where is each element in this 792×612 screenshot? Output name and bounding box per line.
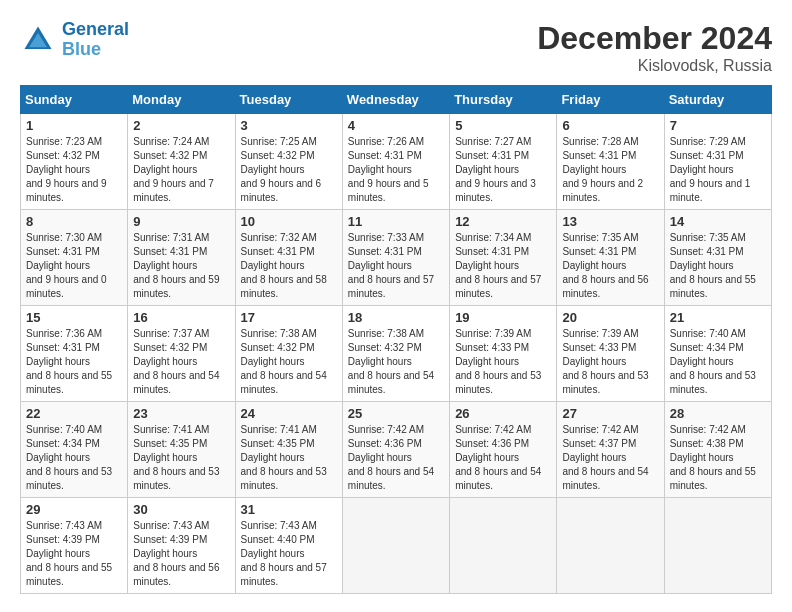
calendar-cell <box>664 498 771 594</box>
day-number: 12 <box>455 214 551 229</box>
weekday-header-sunday: Sunday <box>21 86 128 114</box>
calendar-cell: 9 Sunrise: 7:31 AM Sunset: 4:31 PM Dayli… <box>128 210 235 306</box>
day-info: Sunrise: 7:39 AM Sunset: 4:33 PM Dayligh… <box>562 327 658 397</box>
calendar-cell: 5 Sunrise: 7:27 AM Sunset: 4:31 PM Dayli… <box>450 114 557 210</box>
calendar-cell: 2 Sunrise: 7:24 AM Sunset: 4:32 PM Dayli… <box>128 114 235 210</box>
calendar-cell: 20 Sunrise: 7:39 AM Sunset: 4:33 PM Dayl… <box>557 306 664 402</box>
day-number: 22 <box>26 406 122 421</box>
day-info: Sunrise: 7:33 AM Sunset: 4:31 PM Dayligh… <box>348 231 444 301</box>
day-number: 9 <box>133 214 229 229</box>
day-number: 29 <box>26 502 122 517</box>
day-number: 13 <box>562 214 658 229</box>
weekday-header-saturday: Saturday <box>664 86 771 114</box>
day-number: 19 <box>455 310 551 325</box>
weekday-header-thursday: Thursday <box>450 86 557 114</box>
day-number: 8 <box>26 214 122 229</box>
day-number: 21 <box>670 310 766 325</box>
day-info: Sunrise: 7:40 AM Sunset: 4:34 PM Dayligh… <box>670 327 766 397</box>
logo-icon <box>20 22 56 58</box>
day-info: Sunrise: 7:30 AM Sunset: 4:31 PM Dayligh… <box>26 231 122 301</box>
day-number: 27 <box>562 406 658 421</box>
day-info: Sunrise: 7:26 AM Sunset: 4:31 PM Dayligh… <box>348 135 444 205</box>
calendar-cell: 21 Sunrise: 7:40 AM Sunset: 4:34 PM Dayl… <box>664 306 771 402</box>
calendar-cell: 23 Sunrise: 7:41 AM Sunset: 4:35 PM Dayl… <box>128 402 235 498</box>
day-info: Sunrise: 7:25 AM Sunset: 4:32 PM Dayligh… <box>241 135 337 205</box>
day-number: 4 <box>348 118 444 133</box>
day-info: Sunrise: 7:27 AM Sunset: 4:31 PM Dayligh… <box>455 135 551 205</box>
calendar-cell: 12 Sunrise: 7:34 AM Sunset: 4:31 PM Dayl… <box>450 210 557 306</box>
calendar-week-3: 15 Sunrise: 7:36 AM Sunset: 4:31 PM Dayl… <box>21 306 772 402</box>
day-info: Sunrise: 7:34 AM Sunset: 4:31 PM Dayligh… <box>455 231 551 301</box>
day-number: 2 <box>133 118 229 133</box>
day-info: Sunrise: 7:38 AM Sunset: 4:32 PM Dayligh… <box>241 327 337 397</box>
calendar-cell <box>557 498 664 594</box>
day-number: 10 <box>241 214 337 229</box>
calendar-week-5: 29 Sunrise: 7:43 AM Sunset: 4:39 PM Dayl… <box>21 498 772 594</box>
day-info: Sunrise: 7:42 AM Sunset: 4:36 PM Dayligh… <box>455 423 551 493</box>
day-number: 28 <box>670 406 766 421</box>
calendar-week-2: 8 Sunrise: 7:30 AM Sunset: 4:31 PM Dayli… <box>21 210 772 306</box>
day-number: 14 <box>670 214 766 229</box>
day-number: 24 <box>241 406 337 421</box>
day-info: Sunrise: 7:42 AM Sunset: 4:38 PM Dayligh… <box>670 423 766 493</box>
day-info: Sunrise: 7:24 AM Sunset: 4:32 PM Dayligh… <box>133 135 229 205</box>
day-number: 7 <box>670 118 766 133</box>
day-info: Sunrise: 7:23 AM Sunset: 4:32 PM Dayligh… <box>26 135 122 205</box>
day-info: Sunrise: 7:35 AM Sunset: 4:31 PM Dayligh… <box>670 231 766 301</box>
calendar-cell: 17 Sunrise: 7:38 AM Sunset: 4:32 PM Dayl… <box>235 306 342 402</box>
day-info: Sunrise: 7:31 AM Sunset: 4:31 PM Dayligh… <box>133 231 229 301</box>
day-info: Sunrise: 7:41 AM Sunset: 4:35 PM Dayligh… <box>133 423 229 493</box>
calendar-cell: 1 Sunrise: 7:23 AM Sunset: 4:32 PM Dayli… <box>21 114 128 210</box>
day-number: 1 <box>26 118 122 133</box>
calendar-cell: 22 Sunrise: 7:40 AM Sunset: 4:34 PM Dayl… <box>21 402 128 498</box>
day-number: 3 <box>241 118 337 133</box>
calendar-cell: 28 Sunrise: 7:42 AM Sunset: 4:38 PM Dayl… <box>664 402 771 498</box>
calendar-cell: 6 Sunrise: 7:28 AM Sunset: 4:31 PM Dayli… <box>557 114 664 210</box>
calendar-cell: 29 Sunrise: 7:43 AM Sunset: 4:39 PM Dayl… <box>21 498 128 594</box>
title-section: December 2024 Kislovodsk, Russia <box>537 20 772 75</box>
day-number: 6 <box>562 118 658 133</box>
calendar-cell: 8 Sunrise: 7:30 AM Sunset: 4:31 PM Dayli… <box>21 210 128 306</box>
calendar-cell <box>342 498 449 594</box>
day-info: Sunrise: 7:43 AM Sunset: 4:39 PM Dayligh… <box>133 519 229 589</box>
calendar-table: SundayMondayTuesdayWednesdayThursdayFrid… <box>20 85 772 594</box>
day-number: 20 <box>562 310 658 325</box>
day-info: Sunrise: 7:32 AM Sunset: 4:31 PM Dayligh… <box>241 231 337 301</box>
calendar-cell: 10 Sunrise: 7:32 AM Sunset: 4:31 PM Dayl… <box>235 210 342 306</box>
month-title: December 2024 <box>537 20 772 57</box>
day-info: Sunrise: 7:29 AM Sunset: 4:31 PM Dayligh… <box>670 135 766 205</box>
calendar-cell: 26 Sunrise: 7:42 AM Sunset: 4:36 PM Dayl… <box>450 402 557 498</box>
day-info: Sunrise: 7:42 AM Sunset: 4:36 PM Dayligh… <box>348 423 444 493</box>
day-info: Sunrise: 7:35 AM Sunset: 4:31 PM Dayligh… <box>562 231 658 301</box>
day-number: 18 <box>348 310 444 325</box>
day-info: Sunrise: 7:43 AM Sunset: 4:40 PM Dayligh… <box>241 519 337 589</box>
day-info: Sunrise: 7:37 AM Sunset: 4:32 PM Dayligh… <box>133 327 229 397</box>
calendar-cell: 7 Sunrise: 7:29 AM Sunset: 4:31 PM Dayli… <box>664 114 771 210</box>
day-number: 26 <box>455 406 551 421</box>
calendar-cell: 25 Sunrise: 7:42 AM Sunset: 4:36 PM Dayl… <box>342 402 449 498</box>
calendar-week-1: 1 Sunrise: 7:23 AM Sunset: 4:32 PM Dayli… <box>21 114 772 210</box>
location: Kislovodsk, Russia <box>537 57 772 75</box>
calendar-cell: 19 Sunrise: 7:39 AM Sunset: 4:33 PM Dayl… <box>450 306 557 402</box>
day-number: 30 <box>133 502 229 517</box>
weekday-header-row: SundayMondayTuesdayWednesdayThursdayFrid… <box>21 86 772 114</box>
day-info: Sunrise: 7:41 AM Sunset: 4:35 PM Dayligh… <box>241 423 337 493</box>
day-info: Sunrise: 7:36 AM Sunset: 4:31 PM Dayligh… <box>26 327 122 397</box>
day-number: 11 <box>348 214 444 229</box>
logo: General Blue <box>20 20 129 60</box>
calendar-cell: 30 Sunrise: 7:43 AM Sunset: 4:39 PM Dayl… <box>128 498 235 594</box>
calendar-cell: 31 Sunrise: 7:43 AM Sunset: 4:40 PM Dayl… <box>235 498 342 594</box>
weekday-header-monday: Monday <box>128 86 235 114</box>
day-info: Sunrise: 7:38 AM Sunset: 4:32 PM Dayligh… <box>348 327 444 397</box>
calendar-cell: 14 Sunrise: 7:35 AM Sunset: 4:31 PM Dayl… <box>664 210 771 306</box>
calendar-cell: 16 Sunrise: 7:37 AM Sunset: 4:32 PM Dayl… <box>128 306 235 402</box>
calendar-cell: 15 Sunrise: 7:36 AM Sunset: 4:31 PM Dayl… <box>21 306 128 402</box>
day-number: 31 <box>241 502 337 517</box>
calendar-cell: 11 Sunrise: 7:33 AM Sunset: 4:31 PM Dayl… <box>342 210 449 306</box>
calendar-cell: 27 Sunrise: 7:42 AM Sunset: 4:37 PM Dayl… <box>557 402 664 498</box>
weekday-header-tuesday: Tuesday <box>235 86 342 114</box>
day-number: 25 <box>348 406 444 421</box>
day-number: 16 <box>133 310 229 325</box>
day-number: 5 <box>455 118 551 133</box>
calendar-week-4: 22 Sunrise: 7:40 AM Sunset: 4:34 PM Dayl… <box>21 402 772 498</box>
